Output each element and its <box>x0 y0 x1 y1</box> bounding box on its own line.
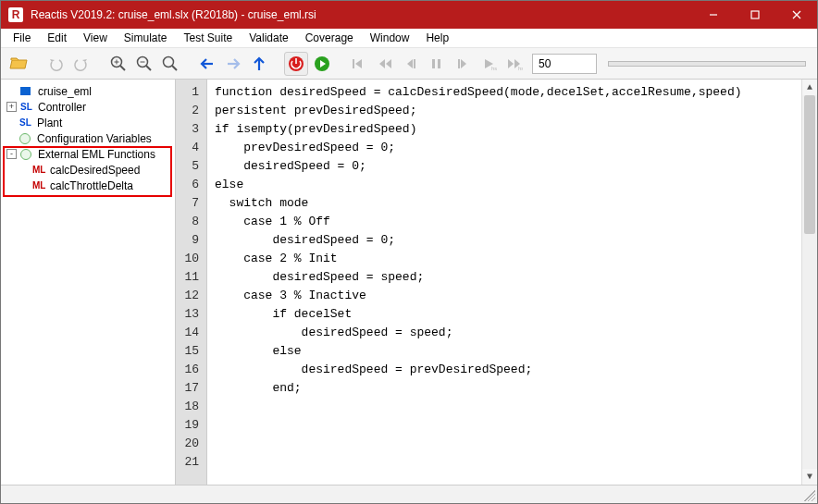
svg-text:hs: hs <box>491 66 497 71</box>
power-icon <box>287 55 305 73</box>
code-line: case 3 % Inactive <box>215 287 794 305</box>
line-number: 13 <box>181 305 199 324</box>
tree-label: Controller <box>38 101 86 114</box>
code-line: else <box>215 176 794 194</box>
sim-rewind-button[interactable] <box>373 52 397 76</box>
line-gutter: 123456789101112131415161718192021 <box>176 80 207 485</box>
tree-label: cruise_eml <box>38 85 92 98</box>
sl-icon: SL <box>20 102 35 112</box>
undo-icon <box>46 55 65 73</box>
pause-icon <box>428 55 445 72</box>
code-area[interactable]: function desiredSpeed = calcDesiredSpeed… <box>207 80 801 485</box>
arrow-right-icon <box>224 55 242 73</box>
undo-button[interactable] <box>43 52 68 76</box>
run-button[interactable] <box>310 52 334 76</box>
expander-icon[interactable]: + <box>6 102 17 112</box>
zoom-fit-button[interactable] <box>158 52 182 76</box>
redo-icon <box>72 55 91 73</box>
circle-icon <box>19 133 34 144</box>
svg-rect-18 <box>353 59 354 68</box>
sim-step-back-button[interactable] <box>399 52 423 76</box>
close-button[interactable] <box>775 1 817 29</box>
code-line: desiredSpeed = 0; <box>215 157 794 176</box>
app-icon: R <box>8 7 23 22</box>
resize-grip-icon[interactable] <box>804 490 815 501</box>
tree-label: Configuration Variables <box>37 132 152 145</box>
sim-play-button[interactable]: hs <box>477 52 501 76</box>
scroll-up-icon[interactable]: ▲ <box>802 80 817 95</box>
maximize-button[interactable] <box>734 1 775 29</box>
code-line: desiredSpeed = 0; <box>215 231 794 250</box>
sim-slider[interactable] <box>608 61 806 67</box>
tree-item-eml-functions[interactable]: - External EML Functions <box>1 146 175 162</box>
menu-file[interactable]: File <box>5 30 39 46</box>
scroll-down-icon[interactable]: ▼ <box>802 469 817 485</box>
vertical-scrollbar[interactable]: ▲ ▼ <box>801 80 817 485</box>
zoom-in-icon <box>109 55 128 73</box>
sim-rewind-full-button[interactable] <box>347 52 371 76</box>
code-line: else <box>215 342 794 361</box>
menu-validate[interactable]: Validate <box>241 30 296 46</box>
ml-icon: ML <box>32 165 47 175</box>
expander-icon[interactable]: - <box>6 149 17 159</box>
zoom-out-icon <box>135 55 154 73</box>
code-line: case 1 % Off <box>215 213 794 231</box>
step-count-input[interactable] <box>532 54 597 74</box>
line-number: 10 <box>181 250 199 268</box>
tree-item-plant[interactable]: SL Plant <box>1 115 175 130</box>
open-button[interactable] <box>6 52 31 76</box>
tree-item-calc-throttle-delta[interactable]: ML calcThrottleDelta <box>1 178 175 193</box>
line-number: 20 <box>181 435 199 453</box>
step-forward-icon <box>454 55 471 72</box>
menu-view[interactable]: View <box>75 30 116 46</box>
line-number: 9 <box>181 231 199 250</box>
code-line: case 2 % Init <box>215 250 794 268</box>
line-number: 18 <box>181 398 199 416</box>
svg-rect-20 <box>432 59 435 68</box>
nav-up-button[interactable] <box>247 52 271 76</box>
redo-button[interactable] <box>69 52 93 76</box>
menu-coverage[interactable]: Coverage <box>297 30 362 46</box>
sim-fast-forward-button[interactable]: hs <box>502 52 527 76</box>
code-line: if isempty(prevDesiredSpeed) <box>215 120 794 139</box>
tree-root[interactable]: cruise_eml <box>1 83 175 99</box>
fast-forward-icon: hs <box>506 55 523 72</box>
sim-pause-button[interactable] <box>425 52 449 76</box>
svg-line-5 <box>120 66 125 70</box>
circle-icon <box>20 149 35 160</box>
zoom-out-button[interactable] <box>132 52 156 76</box>
svg-rect-19 <box>414 59 415 68</box>
menu-help[interactable]: Help <box>417 30 457 46</box>
skip-back-icon <box>351 55 367 72</box>
nav-back-button[interactable] <box>195 52 219 76</box>
code-editor[interactable]: 123456789101112131415161718192021 functi… <box>176 80 817 485</box>
line-number: 8 <box>181 213 199 231</box>
zoom-in-button[interactable] <box>106 52 130 76</box>
tree-item-controller[interactable]: + SL Controller <box>1 99 175 115</box>
sim-step-forward-button[interactable] <box>451 52 475 76</box>
line-number: 11 <box>181 268 199 287</box>
svg-line-12 <box>172 66 177 70</box>
scroll-thumb[interactable] <box>804 95 815 234</box>
window-title: Reactis V2019.2: cruise_eml.slx (R2018b)… <box>31 8 692 21</box>
line-number: 17 <box>181 379 199 398</box>
arrow-up-icon <box>250 55 268 73</box>
line-number: 3 <box>181 120 199 139</box>
minimize-button[interactable] <box>692 1 734 29</box>
menu-window[interactable]: Window <box>362 30 418 46</box>
nav-forward-button[interactable] <box>221 52 245 76</box>
power-button[interactable] <box>284 52 308 76</box>
svg-text:hs: hs <box>518 66 523 71</box>
code-line: desiredSpeed = prevDesiredSpeed; <box>215 361 794 379</box>
menu-edit[interactable]: Edit <box>39 30 75 46</box>
menu-simulate[interactable]: Simulate <box>116 30 176 46</box>
line-number: 19 <box>181 416 199 435</box>
tree-item-calc-desired-speed[interactable]: ML calcDesiredSpeed <box>1 162 175 178</box>
tree-item-config-vars[interactable]: Configuration Variables <box>1 130 175 146</box>
menu-test-suite[interactable]: Test Suite <box>176 30 242 46</box>
toolbar: hs hs <box>1 48 817 80</box>
statusbar <box>1 485 817 503</box>
code-line: prevDesiredSpeed = 0; <box>215 139 794 157</box>
svg-line-9 <box>146 66 151 70</box>
line-number: 2 <box>181 102 199 120</box>
